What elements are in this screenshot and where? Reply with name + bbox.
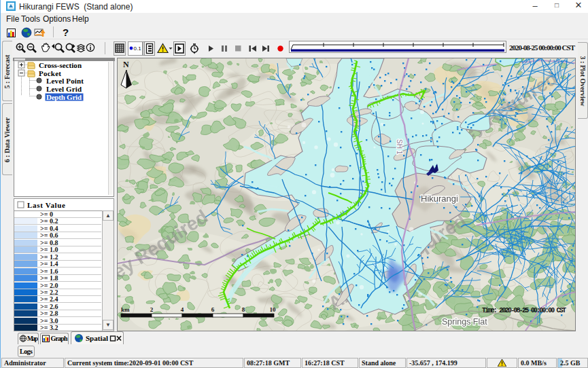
svg-text:Level Point: Level Point [46,77,84,85]
svg-text:10: 10 [270,306,277,313]
svg-text:?: ? [63,26,69,38]
svg-text:Spatial: Spatial [86,334,108,342]
svg-text:2: 2 [150,306,154,313]
svg-text:Hikurangi: Hikurangi [421,194,458,204]
svg-text:0.1: 0.1 [134,45,142,52]
svg-text:SH 1: SH 1 [396,139,403,155]
svg-text:Level Grid: Level Grid [46,85,82,93]
svg-text:Last Value: Last Value [27,201,65,209]
svg-text:Logs: Logs [20,348,33,355]
svg-text:6: 6 [211,306,215,313]
svg-text:Map: Map [27,335,38,342]
svg-text:Graph: Graph [51,335,68,342]
svg-text:4: 4 [181,306,184,313]
svg-text:8: 8 [242,306,245,313]
svg-text:Time: 2020-08-25 00:00:00 CST: Time: 2020-08-25 00:00:00 CST [482,307,566,314]
svg-text:N: N [123,60,129,69]
svg-text:Cross-section: Cross-section [39,61,82,69]
svg-text:2020-08-25 00:00:00 CST: 2020-08-25 00:00:00 CST [509,43,576,52]
svg-text:Springs Flat: Springs Flat [442,317,487,327]
svg-text:km: km [121,306,130,313]
svg-text:Depth Grid: Depth Grid [46,93,82,101]
